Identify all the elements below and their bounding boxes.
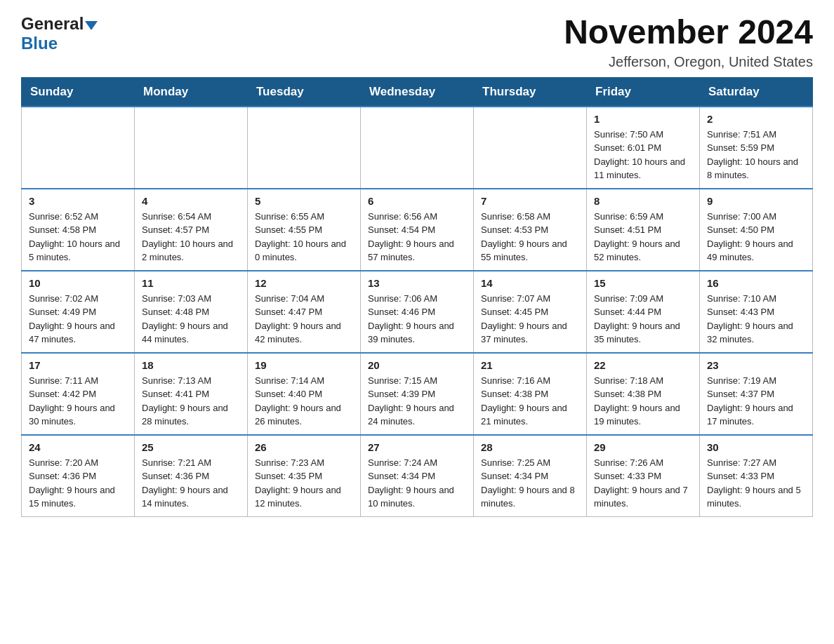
calendar-cell: 9Sunrise: 7:00 AMSunset: 4:50 PMDaylight… bbox=[700, 189, 813, 271]
day-number: 13 bbox=[368, 277, 466, 289]
logo-arrow-icon bbox=[85, 21, 98, 30]
calendar-cell: 11Sunrise: 7:03 AMSunset: 4:48 PMDayligh… bbox=[135, 271, 248, 353]
calendar-cell: 26Sunrise: 7:23 AMSunset: 4:35 PMDayligh… bbox=[248, 435, 361, 517]
day-info: Sunrise: 6:55 AMSunset: 4:55 PMDaylight:… bbox=[255, 210, 353, 264]
logo: General Blue bbox=[21, 14, 98, 53]
day-number: 29 bbox=[594, 441, 692, 453]
calendar-cell bbox=[474, 107, 587, 189]
calendar-cell: 27Sunrise: 7:24 AMSunset: 4:34 PMDayligh… bbox=[361, 435, 474, 517]
calendar-cell: 21Sunrise: 7:16 AMSunset: 4:38 PMDayligh… bbox=[474, 353, 587, 435]
day-info: Sunrise: 7:06 AMSunset: 4:46 PMDaylight:… bbox=[368, 292, 466, 347]
day-info: Sunrise: 6:54 AMSunset: 4:57 PMDaylight:… bbox=[142, 210, 240, 264]
calendar-cell: 5Sunrise: 6:55 AMSunset: 4:55 PMDaylight… bbox=[248, 189, 361, 271]
day-info: Sunrise: 6:56 AMSunset: 4:54 PMDaylight:… bbox=[368, 210, 466, 264]
logo-blue-text: Blue bbox=[21, 34, 58, 53]
column-header-thursday: Thursday bbox=[474, 77, 587, 107]
day-number: 8 bbox=[594, 195, 692, 207]
calendar-cell: 28Sunrise: 7:25 AMSunset: 4:34 PMDayligh… bbox=[474, 435, 587, 517]
day-info: Sunrise: 7:23 AMSunset: 4:35 PMDaylight:… bbox=[255, 456, 353, 511]
calendar-cell: 6Sunrise: 6:56 AMSunset: 4:54 PMDaylight… bbox=[361, 189, 474, 271]
day-number: 14 bbox=[481, 277, 579, 289]
day-info: Sunrise: 7:21 AMSunset: 4:36 PMDaylight:… bbox=[142, 456, 240, 511]
calendar-cell: 19Sunrise: 7:14 AMSunset: 4:40 PMDayligh… bbox=[248, 353, 361, 435]
day-number: 11 bbox=[142, 277, 240, 289]
calendar-cell: 4Sunrise: 6:54 AMSunset: 4:57 PMDaylight… bbox=[135, 189, 248, 271]
column-header-wednesday: Wednesday bbox=[361, 77, 474, 107]
day-info: Sunrise: 7:14 AMSunset: 4:40 PMDaylight:… bbox=[255, 374, 353, 429]
day-number: 10 bbox=[29, 277, 127, 289]
calendar-cell bbox=[22, 107, 135, 189]
day-info: Sunrise: 7:24 AMSunset: 4:34 PMDaylight:… bbox=[368, 456, 466, 511]
calendar-cell: 13Sunrise: 7:06 AMSunset: 4:46 PMDayligh… bbox=[361, 271, 474, 353]
calendar-cell: 10Sunrise: 7:02 AMSunset: 4:49 PMDayligh… bbox=[22, 271, 135, 353]
column-header-saturday: Saturday bbox=[700, 77, 813, 107]
calendar-subtitle: Jefferson, Oregon, United States bbox=[564, 54, 813, 70]
logo-general-text: General bbox=[21, 14, 84, 34]
day-number: 16 bbox=[707, 277, 805, 289]
day-info: Sunrise: 7:20 AMSunset: 4:36 PMDaylight:… bbox=[29, 456, 127, 511]
day-number: 24 bbox=[29, 441, 127, 453]
column-header-sunday: Sunday bbox=[22, 77, 135, 107]
day-info: Sunrise: 7:50 AMSunset: 6:01 PMDaylight:… bbox=[594, 128, 692, 182]
column-header-tuesday: Tuesday bbox=[248, 77, 361, 107]
day-info: Sunrise: 7:13 AMSunset: 4:41 PMDaylight:… bbox=[142, 374, 240, 429]
day-number: 18 bbox=[142, 359, 240, 371]
day-number: 7 bbox=[481, 195, 579, 207]
calendar-header-row: SundayMondayTuesdayWednesdayThursdayFrid… bbox=[22, 77, 813, 107]
day-number: 12 bbox=[255, 277, 353, 289]
day-info: Sunrise: 7:19 AMSunset: 4:37 PMDaylight:… bbox=[707, 374, 805, 429]
day-info: Sunrise: 7:26 AMSunset: 4:33 PMDaylight:… bbox=[594, 456, 692, 511]
calendar-cell: 14Sunrise: 7:07 AMSunset: 4:45 PMDayligh… bbox=[474, 271, 587, 353]
day-info: Sunrise: 7:00 AMSunset: 4:50 PMDaylight:… bbox=[707, 210, 805, 264]
calendar-cell: 22Sunrise: 7:18 AMSunset: 4:38 PMDayligh… bbox=[587, 353, 700, 435]
calendar-cell: 2Sunrise: 7:51 AMSunset: 5:59 PMDaylight… bbox=[700, 107, 813, 189]
day-info: Sunrise: 7:25 AMSunset: 4:34 PMDaylight:… bbox=[481, 456, 579, 511]
calendar-cell: 7Sunrise: 6:58 AMSunset: 4:53 PMDaylight… bbox=[474, 189, 587, 271]
day-number: 5 bbox=[255, 195, 353, 207]
title-block: November 2024 Jefferson, Oregon, United … bbox=[564, 14, 813, 70]
day-info: Sunrise: 7:07 AMSunset: 4:45 PMDaylight:… bbox=[481, 292, 579, 347]
calendar-cell: 16Sunrise: 7:10 AMSunset: 4:43 PMDayligh… bbox=[700, 271, 813, 353]
day-info: Sunrise: 7:11 AMSunset: 4:42 PMDaylight:… bbox=[29, 374, 127, 429]
calendar-week-row: 24Sunrise: 7:20 AMSunset: 4:36 PMDayligh… bbox=[22, 435, 813, 517]
day-info: Sunrise: 7:10 AMSunset: 4:43 PMDaylight:… bbox=[707, 292, 805, 347]
day-number: 3 bbox=[29, 195, 127, 207]
calendar-cell: 1Sunrise: 7:50 AMSunset: 6:01 PMDaylight… bbox=[587, 107, 700, 189]
day-number: 21 bbox=[481, 359, 579, 371]
calendar-cell: 17Sunrise: 7:11 AMSunset: 4:42 PMDayligh… bbox=[22, 353, 135, 435]
day-info: Sunrise: 7:03 AMSunset: 4:48 PMDaylight:… bbox=[142, 292, 240, 347]
calendar-week-row: 1Sunrise: 7:50 AMSunset: 6:01 PMDaylight… bbox=[22, 107, 813, 189]
day-number: 4 bbox=[142, 195, 240, 207]
day-number: 9 bbox=[707, 195, 805, 207]
day-number: 17 bbox=[29, 359, 127, 371]
day-number: 2 bbox=[707, 113, 805, 125]
day-info: Sunrise: 7:51 AMSunset: 5:59 PMDaylight:… bbox=[707, 128, 805, 182]
day-number: 30 bbox=[707, 441, 805, 453]
calendar-cell: 30Sunrise: 7:27 AMSunset: 4:33 PMDayligh… bbox=[700, 435, 813, 517]
calendar-week-row: 3Sunrise: 6:52 AMSunset: 4:58 PMDaylight… bbox=[22, 189, 813, 271]
calendar-cell: 29Sunrise: 7:26 AMSunset: 4:33 PMDayligh… bbox=[587, 435, 700, 517]
day-info: Sunrise: 6:52 AMSunset: 4:58 PMDaylight:… bbox=[29, 210, 127, 264]
day-number: 27 bbox=[368, 441, 466, 453]
calendar-cell: 18Sunrise: 7:13 AMSunset: 4:41 PMDayligh… bbox=[135, 353, 248, 435]
calendar-cell bbox=[135, 107, 248, 189]
calendar-cell: 23Sunrise: 7:19 AMSunset: 4:37 PMDayligh… bbox=[700, 353, 813, 435]
calendar-week-row: 17Sunrise: 7:11 AMSunset: 4:42 PMDayligh… bbox=[22, 353, 813, 435]
calendar-cell: 24Sunrise: 7:20 AMSunset: 4:36 PMDayligh… bbox=[22, 435, 135, 517]
calendar-cell: 15Sunrise: 7:09 AMSunset: 4:44 PMDayligh… bbox=[587, 271, 700, 353]
day-number: 26 bbox=[255, 441, 353, 453]
day-info: Sunrise: 7:09 AMSunset: 4:44 PMDaylight:… bbox=[594, 292, 692, 347]
day-number: 20 bbox=[368, 359, 466, 371]
day-number: 22 bbox=[594, 359, 692, 371]
calendar-cell: 8Sunrise: 6:59 AMSunset: 4:51 PMDaylight… bbox=[587, 189, 700, 271]
calendar-cell bbox=[361, 107, 474, 189]
day-number: 28 bbox=[481, 441, 579, 453]
day-info: Sunrise: 7:04 AMSunset: 4:47 PMDaylight:… bbox=[255, 292, 353, 347]
calendar-table: SundayMondayTuesdayWednesdayThursdayFrid… bbox=[21, 77, 813, 517]
day-number: 6 bbox=[368, 195, 466, 207]
day-info: Sunrise: 7:27 AMSunset: 4:33 PMDaylight:… bbox=[707, 456, 805, 511]
day-number: 23 bbox=[707, 359, 805, 371]
day-number: 25 bbox=[142, 441, 240, 453]
day-info: Sunrise: 7:18 AMSunset: 4:38 PMDaylight:… bbox=[594, 374, 692, 429]
day-number: 19 bbox=[255, 359, 353, 371]
